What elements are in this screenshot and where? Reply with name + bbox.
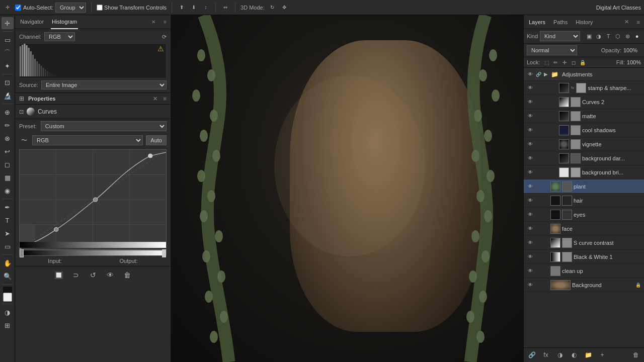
screen-mode-tool[interactable]: ⊞ — [2, 319, 14, 331]
coolshadows-layer[interactable]: 👁 cool shadows — [524, 123, 644, 137]
histogram-panel-options[interactable]: ≡ — [164, 19, 167, 25]
face-layer[interactable]: 👁 face — [524, 222, 644, 236]
shape-tool[interactable]: ▭ — [2, 240, 14, 252]
filter-smart-icon[interactable]: ⊛ — [623, 32, 631, 40]
curves2-layer[interactable]: 👁 Curves 2 — [524, 95, 644, 109]
filter-toggle-icon[interactable]: ● — [633, 32, 641, 40]
gradient-tool[interactable]: ▦ — [2, 171, 14, 184]
bgdark-layer[interactable]: 👁 background dar... — [524, 151, 644, 165]
clip-to-layer-btn[interactable]: 🔲 — [53, 269, 64, 281]
scurve-visibility[interactable]: 👁 — [527, 239, 534, 246]
plant-layer[interactable]: 👁 plant — [524, 179, 644, 194]
filter-pixel-icon[interactable]: ▣ — [585, 32, 593, 40]
move-tool-icon[interactable]: ✛ — [3, 3, 12, 12]
visibility-btn[interactable]: 👁 — [105, 269, 116, 281]
zoom-tool[interactable]: 🔍 — [2, 270, 14, 282]
plant-visibility[interactable]: 👁 — [527, 183, 534, 190]
lock-transparent-icon[interactable]: ⬚ — [543, 59, 550, 66]
lock-paint-icon[interactable]: ✏ — [552, 59, 559, 66]
quick-mask-tool[interactable]: ◑ — [2, 306, 14, 318]
add-style-btn[interactable]: fx — [541, 350, 551, 360]
align-top-icon[interactable]: ⬆ — [177, 3, 186, 12]
history-brush-tool[interactable]: ↩ — [2, 145, 14, 157]
layers-options[interactable]: ≡ — [637, 19, 640, 25]
channel-select[interactable]: RGB Red Green Blue — [32, 135, 143, 145]
navigator-tab[interactable]: Navigator — [19, 15, 45, 29]
path-select-tool[interactable]: ➤ — [2, 227, 14, 239]
3d-move-icon[interactable]: ✥ — [280, 3, 289, 12]
matte-layer[interactable]: 👁 matte — [524, 109, 644, 123]
filter-type-icon[interactable]: T — [604, 32, 612, 40]
refresh-icon[interactable]: ⟳ — [162, 34, 167, 40]
show-transform-checkbox[interactable] — [97, 5, 103, 11]
scurve-layer[interactable]: 👁 S curve contrast — [524, 236, 644, 250]
cleanup-visibility[interactable]: 👁 — [527, 267, 534, 275]
lock-move-icon[interactable]: ✛ — [561, 59, 568, 66]
hair-layer[interactable]: 👁 hair — [524, 194, 644, 208]
bgbright-layer[interactable]: 👁 background bri... — [524, 165, 644, 179]
background-layer[interactable]: 👁 Background 🔒 — [524, 278, 644, 292]
add-group-btn[interactable]: 📁 — [583, 350, 593, 360]
histogram-panel-close[interactable]: ✕ — [151, 19, 155, 25]
layers-close[interactable]: ✕ — [624, 19, 629, 25]
matte-visibility[interactable]: 👁 — [527, 113, 534, 120]
portrait-canvas[interactable] — [171, 15, 523, 362]
marquee-tool[interactable]: ▭ — [2, 34, 14, 46]
bg-visibility[interactable]: 👁 — [527, 282, 534, 289]
prev-state-btn[interactable]: ⊃ — [70, 269, 82, 281]
quick-select-tool[interactable]: ✦ — [2, 60, 14, 72]
3d-rotate-icon[interactable]: ↻ — [268, 3, 277, 12]
auto-select-checkbox[interactable] — [15, 5, 21, 11]
curves2-visibility[interactable]: 👁 — [527, 99, 534, 106]
type-tool[interactable]: T — [2, 214, 14, 226]
distribute-icon[interactable]: ⇔ — [221, 3, 230, 12]
move-tool[interactable]: ✛ — [2, 17, 14, 29]
vignette-layer[interactable]: 👁 vignette — [524, 137, 644, 151]
left-slider-handle[interactable] — [20, 249, 24, 257]
properties-close[interactable]: ✕ — [153, 96, 157, 102]
eyes-visibility[interactable]: 👁 — [527, 211, 534, 218]
filter-shape-icon[interactable]: ⬡ — [614, 32, 622, 40]
preset-select[interactable]: Custom Default Linear Stronger Contrast … — [41, 121, 167, 131]
face-visibility[interactable]: 👁 — [527, 225, 534, 232]
background-color[interactable] — [3, 293, 12, 302]
delete-btn[interactable]: 🗑 — [122, 269, 133, 281]
hand-tool[interactable]: ✋ — [2, 257, 14, 269]
source-select[interactable]: Entire Image Selected Layer — [41, 80, 167, 89]
add-layer-btn[interactable]: + — [597, 350, 607, 360]
align-bottom-icon[interactable]: ↕ — [201, 3, 210, 12]
curves-graph[interactable] — [19, 149, 167, 250]
brush-tool[interactable]: ✏ — [2, 119, 14, 131]
properties-options[interactable]: ≡ — [164, 96, 167, 102]
pen-tool[interactable]: ✒ — [2, 201, 14, 213]
eyedropper-tool[interactable]: 🔬 — [2, 89, 14, 102]
group-visibility-eye[interactable]: 👁 — [527, 71, 534, 78]
link-layers-btn[interactable]: 🔗 — [527, 350, 537, 360]
add-adjustment-btn[interactable]: ◐ — [569, 350, 579, 360]
add-mask-btn[interactable]: ◑ — [555, 350, 565, 360]
lock-artboard-icon[interactable]: ◻ — [570, 59, 577, 66]
paths-tab[interactable]: Paths — [552, 15, 569, 29]
bw-visibility[interactable]: 👁 — [527, 253, 534, 260]
group-expand-icon[interactable]: ▶ — [544, 71, 548, 77]
eraser-tool[interactable]: ◻ — [2, 158, 14, 170]
crop-tool[interactable]: ⊡ — [2, 76, 14, 88]
lasso-tool[interactable]: ⌒ — [2, 47, 14, 59]
align-vert-center-icon[interactable]: ⬇ — [189, 3, 198, 12]
hair-visibility[interactable]: 👁 — [527, 197, 534, 204]
eyes-layer[interactable]: 👁 eyes — [524, 208, 644, 222]
spot-heal-tool[interactable]: ⊕ — [2, 106, 14, 118]
blend-mode-select[interactable]: Normal Dissolve Multiply Screen — [527, 45, 577, 55]
channel-select[interactable]: RGB Red Green Blue — [44, 32, 75, 41]
histogram-tab[interactable]: Histogram — [51, 15, 78, 29]
stamp-layer[interactable]: 👁 fx stamp & sharpe... — [524, 81, 644, 95]
dodge-tool[interactable]: ◉ — [2, 185, 14, 197]
layers-tab[interactable]: Layers — [528, 15, 546, 29]
coolshadows-visibility[interactable]: 👁 — [527, 127, 534, 134]
clone-tool[interactable]: ⊗ — [2, 132, 14, 144]
bw-layer[interactable]: 👁 Black & White 1 — [524, 250, 644, 264]
vignette-visibility[interactable]: 👁 — [527, 141, 534, 148]
delete-layer-btn[interactable]: 🗑 — [631, 350, 641, 360]
auto-button[interactable]: Auto — [146, 135, 167, 145]
auto-select-dropdown[interactable]: Group Layer — [55, 3, 86, 13]
